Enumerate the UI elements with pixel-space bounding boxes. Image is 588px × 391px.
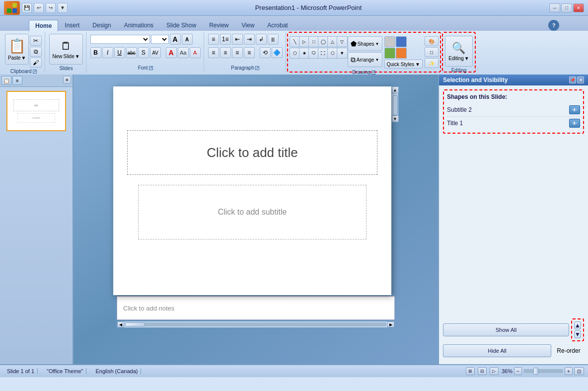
style-3[interactable] (384, 48, 395, 59)
clipboard-expand[interactable]: ↗ (33, 70, 37, 74)
font-group: A A B I U abc S AV A Aa A Font ↗ (87, 32, 204, 73)
slides-label: Slides (59, 65, 73, 72)
ribbon-tabs-row: Home Insert Design Animations Slide Show… (0, 16, 588, 31)
reorder-up-btn[interactable]: ▲ (574, 321, 581, 329)
copy-button[interactable]: ⧉ (30, 47, 42, 57)
minimize-btn[interactable]: ─ (549, 3, 560, 12)
bullet-list-btn[interactable]: ≡ (208, 34, 219, 45)
slide-canvas[interactable]: Click to add title Click to add subtitle (113, 86, 391, 295)
quick-styles-btn[interactable]: Quick Styles▼ (384, 60, 423, 69)
reorder-down-btn[interactable]: ▼ (574, 330, 581, 338)
tab-slideshow[interactable]: Slide Show (160, 19, 203, 31)
numbered-list-btn[interactable]: 1≡ (220, 34, 231, 45)
undo-qat-btn[interactable]: ↩ (34, 3, 44, 13)
title-visibility-btn[interactable]: 👁 (569, 119, 580, 128)
font-size-select[interactable] (151, 35, 169, 44)
eye-icon-subtitle: 👁 (572, 107, 577, 113)
font-expand[interactable]: ↗ (149, 66, 153, 70)
editing-button[interactable]: 🔍 Editing▼ (445, 36, 473, 67)
shape-12[interactable]: ▼ (337, 48, 348, 59)
slide-sorter-btn[interactable]: ⊟ (478, 367, 487, 375)
italic-btn[interactable]: I (102, 47, 113, 58)
tab-design[interactable]: Design (86, 19, 117, 31)
tab-insert[interactable]: Insert (58, 19, 86, 31)
close-btn[interactable]: ✕ (573, 3, 584, 12)
scroll-up-btn[interactable]: ▲ (392, 86, 399, 93)
shapes-button[interactable]: ⬟ Shapes ▼ (348, 36, 382, 51)
char-spacing-btn[interactable]: AV (150, 47, 161, 58)
increase-indent-btn[interactable]: ⇥ (244, 34, 255, 45)
decrease-font-btn[interactable]: A (182, 34, 193, 45)
bold-btn[interactable]: B (90, 47, 101, 58)
drawing-expand[interactable]: ↗ (371, 71, 375, 75)
scroll-thumb[interactable] (393, 95, 398, 115)
arrange-button[interactable]: ⧉ Arrange ▼ (348, 52, 382, 67)
style-1[interactable] (384, 36, 395, 47)
align-center-btn[interactable]: ≡ (220, 47, 231, 58)
decrease-indent-btn[interactable]: ⇤ (232, 34, 243, 45)
hide-all-btn[interactable]: Hide All (443, 344, 551, 357)
subtitle-placeholder[interactable]: Click to add subtitle (138, 185, 367, 239)
maximize-btn[interactable]: □ (561, 3, 572, 12)
shape-outline-btn[interactable]: □ (425, 47, 439, 57)
zoom-out-btn[interactable]: − (514, 367, 522, 375)
tab-home[interactable]: Home (29, 20, 58, 32)
subtitle-visibility-btn[interactable]: 👁 (569, 105, 580, 114)
scroll-right-btn[interactable]: ▶ (387, 321, 394, 327)
zoom-slider[interactable] (523, 369, 563, 373)
normal-view-btn[interactable]: ⊞ (466, 367, 475, 375)
font-color-A2[interactable]: A (190, 47, 201, 58)
fit-slide-btn[interactable]: ⊡ (574, 367, 584, 375)
format-painter-button[interactable]: 🖌 (30, 58, 42, 68)
font-color-Aa[interactable]: Aa (178, 47, 189, 58)
underline-btn[interactable]: U (114, 47, 125, 58)
outline-panel-tab[interactable]: ≡ (12, 76, 22, 85)
panel-pin-btn[interactable]: 📌 (569, 77, 576, 83)
tab-view[interactable]: View (235, 19, 261, 31)
align-left-btn[interactable]: ≡ (208, 47, 219, 58)
text-direction-btn[interactable]: ⟲ (260, 47, 271, 58)
font-name-select[interactable] (90, 35, 150, 44)
tab-animations[interactable]: Animations (118, 19, 160, 31)
cut-button[interactable]: ✂ (30, 36, 42, 46)
shadow-btn[interactable]: S (138, 47, 149, 58)
qat-dropdown-btn[interactable]: ▼ (58, 3, 68, 13)
strikethrough-btn[interactable]: abc (126, 47, 137, 58)
smart-art-btn[interactable]: 🔷 (272, 47, 283, 58)
slideshow-btn[interactable]: ▷ (490, 367, 499, 375)
panel-close-x-btn[interactable]: ✕ (577, 77, 584, 83)
new-slide-label: NewSlide▼ (52, 54, 79, 59)
scroll-left-btn[interactable]: ◀ (117, 321, 124, 327)
zoom-in-btn[interactable]: + (565, 367, 573, 375)
office-button[interactable] (4, 1, 20, 15)
align-right-btn[interactable]: ≡ (232, 47, 243, 58)
paste-button[interactable]: 📋 Paste▼ (5, 34, 29, 65)
new-slide-button[interactable]: 🗒 NewSlide▼ (49, 34, 82, 65)
show-all-btn[interactable]: Show All (443, 323, 569, 336)
scroll-down-btn[interactable]: ▼ (392, 115, 399, 122)
shape-fill-btn[interactable]: 🎨 (425, 36, 439, 46)
redo-qat-btn[interactable]: ↪ (46, 3, 56, 13)
tab-review[interactable]: Review (203, 19, 235, 31)
slides-panel-tab[interactable]: 📋 (1, 76, 11, 85)
save-qat-btn[interactable]: 💾 (22, 3, 32, 13)
shape-effects-btn[interactable]: ✨ (425, 58, 439, 68)
increase-font-btn[interactable]: A (170, 34, 181, 45)
tab-acrobat[interactable]: Acrobat (261, 19, 294, 31)
justify-btn[interactable]: ≡ (244, 47, 255, 58)
help-btn[interactable]: ? (548, 20, 559, 31)
notes-area[interactable]: Click to add notes (117, 296, 395, 320)
paragraph-expand[interactable]: ↗ (255, 66, 259, 70)
editing-group: 🔍 Editing▼ Editing (442, 32, 476, 73)
style-2[interactable] (396, 36, 407, 47)
style-4[interactable] (396, 48, 407, 59)
horizontal-scrollbar[interactable]: ◀ ▶ (117, 321, 395, 328)
rtl-btn[interactable]: ↲ (256, 34, 267, 45)
title-placeholder[interactable]: Click to add title (127, 130, 377, 175)
font-color-A[interactable]: A (166, 47, 177, 58)
shape-6[interactable]: ▽ (337, 36, 348, 47)
columns-btn[interactable]: ⫼ (268, 34, 279, 45)
slide-thumbnail-1[interactable]: title subtitle (6, 91, 66, 131)
panel-close-btn[interactable]: ✕ (63, 76, 71, 84)
vertical-scrollbar[interactable]: ▲ ▼ (391, 86, 398, 122)
